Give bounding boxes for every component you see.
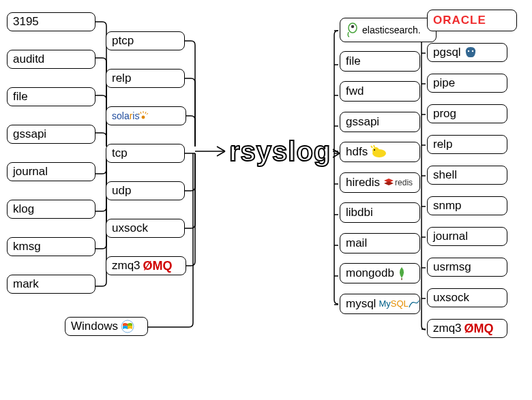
node-gssapi: gssapi [340, 112, 420, 132]
svg-line-6 [141, 112, 141, 114]
node-label: gssapi [346, 115, 379, 129]
diagram-canvas: rsyslog Windows 3195auditdfilegssapijour… [0, 0, 532, 400]
mongo-icon [397, 266, 407, 280]
svg-line-4 [147, 113, 148, 114]
node-label: udp [112, 184, 131, 198]
node-label: zmq3 [112, 259, 141, 273]
node-label: prog [433, 107, 456, 121]
node-label: auditd [13, 52, 44, 66]
node-label: shell [433, 168, 457, 182]
node-file: file [340, 51, 420, 72]
node-auditd: auditd [7, 50, 95, 69]
node-label: journal [433, 230, 468, 243]
node-label: mongodb [346, 266, 394, 280]
redis-icon: redis [383, 177, 413, 188]
input-windows: Windows [65, 317, 148, 336]
node-prog: prog [427, 104, 507, 123]
center-label: rsyslog [229, 136, 331, 167]
node-klog: klog [7, 200, 95, 219]
node-label: relp [112, 72, 131, 85]
svg-point-15 [471, 50, 473, 52]
node-label: klog [13, 202, 34, 216]
node-label: uxsock [433, 291, 469, 305]
node-label: kmsg [13, 240, 41, 253]
node-snmp: snmp [427, 196, 507, 215]
node-oracle: ORACLE [427, 10, 517, 31]
svg-point-11 [372, 147, 379, 154]
node-pipe: pipe [427, 74, 507, 93]
node-label: 3195 [13, 15, 39, 29]
node-label: ORACLE [433, 14, 486, 27]
node-kmsg: kmsg [7, 237, 95, 256]
node-zmq3: zmq3ØMQ [106, 256, 186, 275]
zmq-icon: ØMQ [464, 322, 494, 336]
node-solaris: solarissolaris [106, 106, 186, 125]
node-label: mysql [346, 297, 376, 311]
node-label: journal [13, 165, 48, 179]
node-3195: 3195 [7, 12, 95, 31]
svg-point-1 [142, 116, 145, 119]
node-label: snmp [433, 199, 462, 213]
node-libdbi: libdbi [340, 202, 420, 223]
node-label: elasticsearch. [362, 25, 421, 35]
node-mark: mark [7, 275, 95, 294]
node-udp: udp [106, 181, 185, 200]
svg-line-7 [145, 112, 146, 114]
svg-point-12 [374, 149, 375, 151]
node-label: libdbi [346, 206, 373, 219]
node-relp: relp [427, 135, 507, 154]
node-label: usrmsg [433, 260, 471, 274]
node-pgsql: pgsql [427, 43, 507, 62]
node-label: Windows [71, 320, 118, 333]
node-mongodb: mongodb [340, 263, 420, 283]
svg-point-9 [351, 25, 354, 28]
node-mysql: mysqlMySQL [340, 294, 420, 314]
node-zmq3: zmq3ØMQ [427, 319, 507, 338]
node-label: mail [346, 236, 367, 250]
node-label: fwd [346, 84, 364, 98]
node-label: pgsql [433, 46, 461, 59]
node-label: gssapi [13, 127, 46, 141]
node-elasticsearch-: elasticsearch. [340, 18, 437, 42]
node-mail: mail [340, 233, 420, 253]
node-label: file [346, 55, 361, 68]
node-tcp: tcp [106, 144, 185, 163]
node-uxsock: uxsock [427, 288, 507, 307]
node-label: mark [13, 277, 39, 291]
node-label: hiredis [346, 176, 380, 189]
node-journal: journal [427, 227, 507, 246]
solaris-icon: solaris [112, 110, 149, 121]
node-shell: shell [427, 166, 507, 185]
node-gssapi: gssapi [7, 125, 95, 144]
node-label: ptcp [112, 34, 134, 48]
node-relp: relp [106, 69, 185, 88]
windows-icon [121, 320, 134, 333]
node-label: pipe [433, 76, 455, 90]
hadoop-icon [370, 145, 388, 159]
node-hiredis: hiredisredis [340, 172, 420, 193]
node-label: zmq3 [433, 322, 462, 335]
svg-line-3 [138, 113, 140, 114]
node-journal: journal [7, 162, 95, 181]
node-file: file [7, 87, 95, 106]
node-usrmsg: usrmsg [427, 258, 507, 277]
node-label: relp [433, 138, 452, 151]
zmq-icon: ØMQ [143, 259, 173, 273]
node-label: hdfs [346, 145, 368, 159]
pgsql-icon [464, 46, 477, 59]
node-label: uxsock [112, 221, 148, 235]
node-ptcp: ptcp [106, 31, 185, 50]
svg-point-14 [467, 50, 469, 52]
mysql-icon: MySQL [379, 298, 419, 309]
node-uxsock: uxsock [106, 219, 185, 238]
node-hdfs: hdfs [340, 142, 420, 162]
node-fwd: fwd [340, 81, 420, 102]
elastic-icon [346, 22, 359, 37]
node-label: tcp [112, 147, 128, 160]
node-label: file [13, 90, 28, 104]
